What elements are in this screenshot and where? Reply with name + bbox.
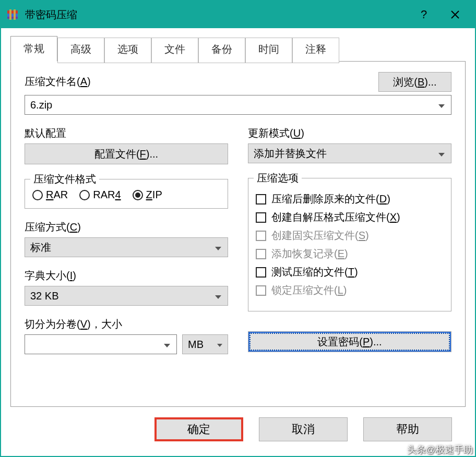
dialog-window: 带密码压缩 ? 常规 高级 选项 文件 备份 时间 注释 压缩文件名(A) 浏览…: [0, 0, 476, 457]
dict-value: 32 KB: [30, 290, 58, 302]
cancel-button[interactable]: 取消: [259, 417, 348, 441]
radio-rar4[interactable]: RAR4: [79, 189, 121, 201]
dict-label: 字典大小(I): [25, 269, 228, 283]
ok-button[interactable]: 确定: [154, 417, 243, 441]
checkbox-sfx[interactable]: 创建自解压格式压缩文件(X): [256, 210, 444, 224]
app-icon: [5, 7, 20, 22]
client-area: 常规 高级 选项 文件 备份 时间 注释 压缩文件名(A) 浏览(B)... 6…: [1, 28, 475, 456]
profile-group-label: 默认配置: [25, 126, 228, 140]
split-label: 切分为分卷(V)，大小: [25, 317, 228, 331]
set-password-button[interactable]: 设置密码(P)...: [248, 331, 451, 352]
tab-time[interactable]: 时间: [245, 38, 292, 63]
dict-select[interactable]: 32 KB: [25, 286, 228, 306]
method-value: 标准: [30, 240, 51, 255]
radio-zip[interactable]: ZIP: [133, 189, 162, 201]
split-size-combo[interactable]: [25, 334, 177, 354]
checkbox-icon: [256, 231, 266, 241]
dialog-footer: 确定 取消 帮助: [10, 407, 466, 447]
options-legend: 压缩选项: [254, 171, 302, 185]
window-title: 带密码压缩: [25, 8, 408, 22]
checkbox-icon: [256, 194, 266, 205]
tab-backup[interactable]: 备份: [198, 38, 245, 63]
archive-name-label: 压缩文件名(A): [25, 75, 91, 89]
tab-comment[interactable]: 注释: [292, 38, 339, 63]
update-mode-label: 更新模式(U): [248, 126, 451, 140]
checkbox-recovery: 添加恢复记录(E): [256, 247, 444, 261]
help-footer-button[interactable]: 帮助: [363, 417, 452, 441]
split-unit-select[interactable]: MB: [182, 334, 228, 354]
checkbox-icon: [256, 285, 266, 296]
tab-files[interactable]: 文件: [151, 38, 198, 63]
archive-name-value: 6.zip: [30, 99, 52, 111]
checkbox-icon: [256, 212, 266, 223]
tab-strip: 常规 高级 选项 文件 备份 时间 注释: [10, 35, 466, 61]
checkbox-icon: [256, 267, 266, 278]
checkbox-test[interactable]: 测试压缩的文件(T): [256, 265, 444, 279]
svg-rect-0: [7, 10, 18, 14]
format-legend: 压缩文件格式: [30, 172, 99, 186]
browse-button[interactable]: 浏览(B)...: [378, 72, 451, 92]
method-select[interactable]: 标准: [25, 237, 228, 257]
radio-rar4-indicator: [79, 190, 90, 200]
method-label: 压缩方式(C): [25, 220, 228, 234]
profile-button[interactable]: 配置文件(F)...: [25, 143, 228, 164]
tab-pane-general: 压缩文件名(A) 浏览(B)... 6.zip 默认配置 配置文件(F)... …: [10, 61, 466, 407]
help-button[interactable]: ?: [408, 1, 439, 28]
titlebar: 带密码压缩 ?: [1, 1, 475, 28]
tab-advanced[interactable]: 高级: [57, 38, 104, 63]
update-mode-select[interactable]: 添加并替换文件: [248, 143, 451, 163]
options-fieldset: 压缩选项 压缩后删除原来的文件(D) 创建自解压格式压缩文件(X) 创建固实压缩…: [248, 178, 451, 311]
radio-zip-indicator: [133, 190, 143, 200]
svg-rect-2: [7, 17, 18, 19]
update-mode-value: 添加并替换文件: [254, 147, 327, 161]
archive-name-combo[interactable]: 6.zip: [25, 95, 451, 115]
checkbox-lock: 锁定压缩文件(L): [256, 283, 444, 297]
svg-rect-4: [14, 9, 16, 20]
format-fieldset: 压缩文件格式 RAR RAR4: [25, 179, 228, 209]
radio-rar[interactable]: RAR: [32, 189, 68, 201]
close-button[interactable]: [439, 1, 471, 28]
checkbox-solid: 创建固实压缩文件(S): [256, 228, 444, 243]
tab-general[interactable]: 常规: [10, 36, 57, 62]
svg-rect-1: [7, 14, 18, 17]
split-unit-value: MB: [188, 339, 204, 351]
checkbox-icon: [256, 249, 266, 259]
tab-options[interactable]: 选项: [104, 38, 151, 63]
svg-rect-3: [9, 9, 11, 20]
radio-rar-indicator: [32, 190, 43, 200]
checkbox-delete-after[interactable]: 压缩后删除原来的文件(D): [256, 192, 444, 206]
